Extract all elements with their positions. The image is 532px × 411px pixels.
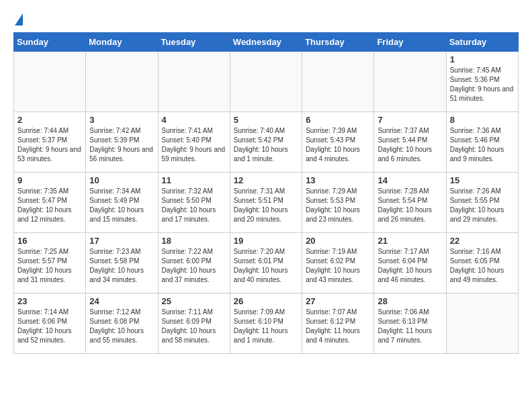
day-info: Sunrise: 7:26 AM Sunset: 5:55 PM Dayligh… [450,187,515,224]
calendar-cell: 21Sunrise: 7:17 AM Sunset: 6:04 PM Dayli… [374,233,446,293]
calendar-cell [302,52,374,112]
day-number: 12 [234,175,298,185]
day-number: 8 [450,115,515,125]
day-info: Sunrise: 7:32 AM Sunset: 5:50 PM Dayligh… [162,187,226,224]
day-number: 27 [306,296,370,306]
day-number: 19 [234,236,298,246]
day-number: 18 [162,236,226,246]
day-header: Wednesday [230,33,302,52]
day-info: Sunrise: 7:07 AM Sunset: 6:12 PM Dayligh… [306,308,370,345]
calendar-cell: 26Sunrise: 7:09 AM Sunset: 6:10 PM Dayli… [230,293,302,354]
day-number: 21 [378,236,442,246]
day-number: 9 [17,175,82,185]
calendar-cell: 2Sunrise: 7:44 AM Sunset: 5:37 PM Daylig… [14,112,86,173]
day-header: Sunday [14,33,86,52]
day-number: 16 [17,236,82,246]
calendar-cell: 19Sunrise: 7:20 AM Sunset: 6:01 PM Dayli… [230,233,302,293]
day-number: 11 [162,175,226,185]
day-info: Sunrise: 7:31 AM Sunset: 5:51 PM Dayligh… [234,187,298,224]
day-info: Sunrise: 7:29 AM Sunset: 5:53 PM Dayligh… [306,187,370,224]
calendar-cell [86,52,158,112]
day-number: 20 [306,236,370,246]
day-number: 6 [306,115,370,125]
day-info: Sunrise: 7:06 AM Sunset: 6:13 PM Dayligh… [378,308,442,345]
calendar-week-row: 9Sunrise: 7:35 AM Sunset: 5:47 PM Daylig… [14,173,519,233]
calendar-cell: 27Sunrise: 7:07 AM Sunset: 6:12 PM Dayli… [302,293,374,354]
calendar-cell: 23Sunrise: 7:14 AM Sunset: 6:06 PM Dayli… [14,293,86,354]
day-info: Sunrise: 7:22 AM Sunset: 6:00 PM Dayligh… [162,247,226,285]
calendar-cell: 18Sunrise: 7:22 AM Sunset: 6:00 PM Dayli… [158,233,230,293]
calendar-header: SundayMondayTuesdayWednesdayThursdayFrid… [14,33,519,52]
calendar-body: 1Sunrise: 7:45 AM Sunset: 5:36 PM Daylig… [14,52,519,354]
day-number: 24 [89,296,154,306]
calendar-cell: 8Sunrise: 7:36 AM Sunset: 5:46 PM Daylig… [446,112,518,173]
calendar-cell: 1Sunrise: 7:45 AM Sunset: 5:36 PM Daylig… [446,52,518,112]
day-info: Sunrise: 7:12 AM Sunset: 6:08 PM Dayligh… [89,308,154,345]
header-row: SundayMondayTuesdayWednesdayThursdayFrid… [14,33,519,52]
calendar-cell: 3Sunrise: 7:42 AM Sunset: 5:39 PM Daylig… [86,112,158,173]
calendar-cell: 15Sunrise: 7:26 AM Sunset: 5:55 PM Dayli… [446,173,518,233]
day-info: Sunrise: 7:45 AM Sunset: 5:36 PM Dayligh… [450,66,515,103]
day-info: Sunrise: 7:35 AM Sunset: 5:47 PM Dayligh… [17,187,82,224]
calendar-week-row: 16Sunrise: 7:25 AM Sunset: 5:57 PM Dayli… [14,233,519,293]
day-header: Thursday [302,33,374,52]
logo [13,13,24,26]
day-header: Tuesday [158,33,230,52]
calendar-cell: 11Sunrise: 7:32 AM Sunset: 5:50 PM Dayli… [158,173,230,233]
calendar-table: SundayMondayTuesdayWednesdayThursdayFrid… [13,32,519,354]
day-info: Sunrise: 7:44 AM Sunset: 5:37 PM Dayligh… [17,126,82,164]
day-number: 5 [234,115,298,125]
day-number: 15 [450,175,515,185]
calendar-cell: 20Sunrise: 7:19 AM Sunset: 6:02 PM Dayli… [302,233,374,293]
day-info: Sunrise: 7:37 AM Sunset: 5:44 PM Dayligh… [378,126,442,164]
day-info: Sunrise: 7:40 AM Sunset: 5:42 PM Dayligh… [234,126,298,164]
calendar-cell: 22Sunrise: 7:16 AM Sunset: 6:05 PM Dayli… [446,233,518,293]
day-number: 3 [89,115,154,125]
calendar-cell: 25Sunrise: 7:11 AM Sunset: 6:09 PM Dayli… [158,293,230,354]
calendar-cell: 16Sunrise: 7:25 AM Sunset: 5:57 PM Dayli… [14,233,86,293]
day-info: Sunrise: 7:39 AM Sunset: 5:43 PM Dayligh… [306,126,370,164]
day-info: Sunrise: 7:20 AM Sunset: 6:01 PM Dayligh… [234,247,298,285]
logo-icon [15,13,23,26]
day-number: 10 [89,175,154,185]
day-number: 17 [89,236,154,246]
day-info: Sunrise: 7:42 AM Sunset: 5:39 PM Dayligh… [89,126,154,164]
calendar-week-row: 2Sunrise: 7:44 AM Sunset: 5:37 PM Daylig… [14,112,519,173]
calendar-cell: 9Sunrise: 7:35 AM Sunset: 5:47 PM Daylig… [14,173,86,233]
day-number: 1 [450,54,515,64]
day-number: 23 [17,296,82,306]
day-info: Sunrise: 7:23 AM Sunset: 5:58 PM Dayligh… [89,247,154,285]
calendar-week-row: 1Sunrise: 7:45 AM Sunset: 5:36 PM Daylig… [14,52,519,112]
calendar-cell [446,293,518,354]
day-header: Monday [86,33,158,52]
calendar-cell: 7Sunrise: 7:37 AM Sunset: 5:44 PM Daylig… [374,112,446,173]
calendar-cell: 4Sunrise: 7:41 AM Sunset: 5:40 PM Daylig… [158,112,230,173]
calendar-cell: 10Sunrise: 7:34 AM Sunset: 5:49 PM Dayli… [86,173,158,233]
day-number: 28 [378,296,442,306]
calendar-cell [374,52,446,112]
day-number: 25 [162,296,226,306]
day-number: 13 [306,175,370,185]
day-header: Friday [374,33,446,52]
day-info: Sunrise: 7:19 AM Sunset: 6:02 PM Dayligh… [306,247,370,285]
day-number: 14 [378,175,442,185]
day-info: Sunrise: 7:14 AM Sunset: 6:06 PM Dayligh… [17,308,82,345]
calendar-cell: 5Sunrise: 7:40 AM Sunset: 5:42 PM Daylig… [230,112,302,173]
page-header [13,13,519,26]
calendar-cell: 14Sunrise: 7:28 AM Sunset: 5:54 PM Dayli… [374,173,446,233]
day-number: 7 [378,115,442,125]
calendar-week-row: 23Sunrise: 7:14 AM Sunset: 6:06 PM Dayli… [14,293,519,354]
calendar-cell: 17Sunrise: 7:23 AM Sunset: 5:58 PM Dayli… [86,233,158,293]
day-number: 22 [450,236,515,246]
day-number: 2 [17,115,82,125]
calendar-cell: 13Sunrise: 7:29 AM Sunset: 5:53 PM Dayli… [302,173,374,233]
day-number: 4 [162,115,226,125]
day-info: Sunrise: 7:17 AM Sunset: 6:04 PM Dayligh… [378,247,442,285]
day-info: Sunrise: 7:41 AM Sunset: 5:40 PM Dayligh… [162,126,226,164]
day-info: Sunrise: 7:28 AM Sunset: 5:54 PM Dayligh… [378,187,442,224]
day-header: Saturday [446,33,518,52]
day-number: 26 [234,296,298,306]
calendar-cell [230,52,302,112]
calendar-cell [14,52,86,112]
day-info: Sunrise: 7:11 AM Sunset: 6:09 PM Dayligh… [162,308,226,345]
